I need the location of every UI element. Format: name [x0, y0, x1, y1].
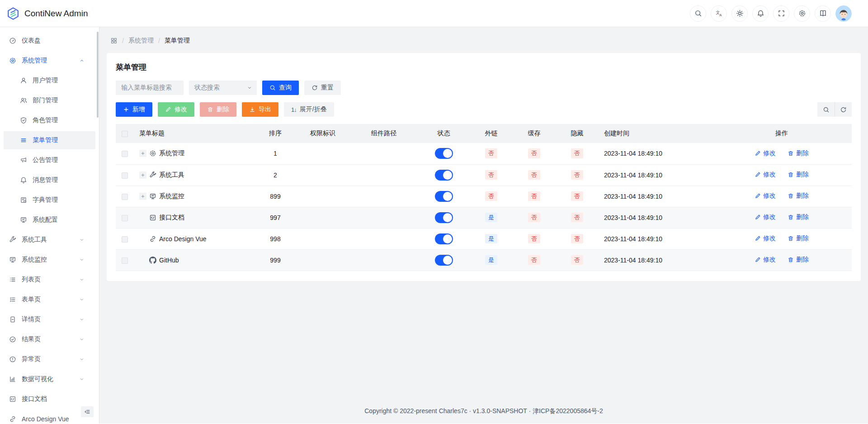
row-checkbox[interactable]	[122, 215, 128, 221]
status-toggle[interactable]	[435, 191, 453, 202]
sidebar-item-system-tools[interactable]: 系统工具	[4, 231, 95, 249]
user-avatar[interactable]	[835, 5, 852, 22]
sidebar-item-role-management[interactable]: 角色管理	[4, 111, 95, 129]
sidebar-item-label: 表单页	[22, 295, 75, 304]
reset-button[interactable]: 重置	[304, 81, 341, 95]
row-delete-link[interactable]: 删除	[788, 192, 809, 200]
breadcrumb-item-system[interactable]: 系统管理	[128, 37, 154, 45]
translate-icon: 文A	[715, 10, 723, 17]
sidebar-item-menu-management[interactable]: 菜单管理	[4, 131, 95, 149]
row-edit-link[interactable]: 修改	[755, 192, 776, 200]
sidebar-scrollbar[interactable]	[97, 32, 99, 118]
menu-fold-icon	[84, 409, 90, 415]
table-refresh-button[interactable]	[835, 102, 852, 117]
sidebar-item-dashboard[interactable]: 仪表盘	[4, 32, 95, 50]
sidebar-item-system-management[interactable]: 系统管理	[4, 52, 95, 70]
sidebar-item-api-docs[interactable]: 接口文档	[4, 390, 95, 408]
status-toggle[interactable]	[435, 148, 453, 159]
cell-hidden: 否	[556, 143, 599, 164]
cell-cache-tag: 否	[528, 148, 540, 158]
sidebar-item-label: 系统配置	[33, 216, 90, 224]
settings-button[interactable]	[794, 5, 810, 22]
sidebar-item-list-page[interactable]: 列表页	[4, 271, 95, 289]
expand-row-button[interactable]	[139, 193, 146, 200]
row-checkbox[interactable]	[122, 194, 128, 200]
row-delete-link[interactable]: 删除	[788, 171, 809, 179]
sidebar-item-form-page[interactable]: 表单页	[4, 291, 95, 309]
users-icon	[20, 97, 27, 104]
sidebar-collapse-button[interactable]	[81, 406, 94, 417]
select-all-checkbox[interactable]	[122, 131, 128, 137]
expand-row-button[interactable]	[139, 150, 146, 157]
cell-external-tag: 否	[485, 191, 497, 201]
language-button[interactable]: 文A	[711, 5, 727, 22]
cell-actions: 修改删除	[712, 143, 852, 164]
cell-external-tag: 否	[485, 148, 497, 158]
code-doc-icon	[9, 395, 16, 403]
download-icon	[249, 106, 255, 113]
status-toggle[interactable]	[435, 255, 453, 266]
status-toggle[interactable]	[435, 233, 453, 244]
row-edit-link[interactable]: 修改	[755, 171, 776, 179]
sidebar-item-detail-page[interactable]: 详情页	[4, 310, 95, 329]
cell-permission	[296, 186, 350, 207]
sidebar-item-label: 数据可视化	[22, 375, 75, 383]
export-button[interactable]: 导出	[242, 102, 278, 117]
plus-icon	[141, 194, 145, 199]
docs-button[interactable]	[815, 5, 831, 22]
add-button[interactable]: 新增	[116, 102, 152, 117]
status-toggle[interactable]	[435, 170, 453, 181]
table-row: Arco Design Vue998是否否2023-11-04 18:49:10…	[116, 228, 852, 249]
row-checkbox[interactable]	[122, 236, 128, 243]
sidebar-item-label: 系统管理	[22, 57, 75, 65]
row-delete-link[interactable]: 删除	[788, 256, 809, 264]
theme-button[interactable]	[731, 5, 748, 22]
row-checkbox[interactable]	[122, 151, 128, 157]
cell-actions: 修改删除	[712, 207, 852, 228]
row-edit-link[interactable]: 修改	[755, 213, 776, 221]
fullscreen-button[interactable]	[773, 5, 789, 22]
menu-title: 接口文档	[159, 214, 184, 222]
expand-row-button[interactable]	[139, 172, 146, 179]
sort-icon: 1↓	[291, 107, 297, 113]
status-toggle[interactable]	[435, 212, 453, 223]
row-delete-link[interactable]: 删除	[788, 149, 809, 157]
row-delete-link[interactable]: 删除	[788, 234, 809, 243]
row-edit-link[interactable]: 修改	[755, 149, 776, 157]
form-icon	[9, 296, 16, 303]
brand[interactable]: ContiNew Admin	[6, 7, 88, 20]
expand-collapse-button[interactable]: 1↓ 展开/折叠	[284, 102, 334, 117]
row-delete-link[interactable]: 删除	[788, 213, 809, 221]
sidebar-item-system-config[interactable]: 系统配置	[4, 211, 95, 229]
cell-cache: 否	[513, 186, 556, 207]
sidebar-item-result-page[interactable]: 结果页	[4, 330, 95, 348]
row-checkbox[interactable]	[122, 172, 128, 179]
status-filter-select[interactable]: 状态搜索	[189, 81, 257, 95]
row-checkbox[interactable]	[122, 257, 128, 264]
row-edit-link[interactable]: 修改	[755, 234, 776, 243]
sidebar-item-data-visualization[interactable]: 数据可视化	[4, 370, 95, 388]
gear-icon	[798, 10, 806, 17]
delete-button[interactable]: 删除	[200, 102, 236, 117]
cell-hidden-tag: 否	[571, 255, 583, 265]
plus-icon	[141, 173, 145, 177]
menu-title-search-input[interactable]: 输入菜单标题搜索	[116, 81, 184, 95]
cell-sort: 998	[255, 228, 296, 249]
sidebar-item-system-monitor[interactable]: 系统监控	[4, 251, 95, 269]
sidebar-item-message-management[interactable]: 消息管理	[4, 171, 95, 189]
sidebar-item-dept-management[interactable]: 部门管理	[4, 91, 95, 110]
query-button[interactable]: 查询	[262, 81, 299, 95]
notifications-button[interactable]	[752, 5, 769, 22]
table-search-button[interactable]	[817, 102, 835, 117]
edit-button[interactable]: 修改	[158, 102, 194, 117]
sidebar-item-notice-management[interactable]: 公告管理	[4, 151, 95, 169]
refresh-icon	[840, 106, 847, 113]
sidebar-item-dict-management[interactable]: 字典管理	[4, 191, 95, 209]
bell-icon	[757, 10, 764, 17]
sidebar-item-user-management[interactable]: 用户管理	[4, 71, 95, 90]
search-button[interactable]	[690, 5, 706, 22]
sidebar-item-exception-page[interactable]: 异常页	[4, 350, 95, 368]
row-edit-link[interactable]: 修改	[755, 256, 776, 264]
apps-grid-icon[interactable]	[110, 37, 118, 44]
cell-cache: 否	[513, 164, 556, 186]
